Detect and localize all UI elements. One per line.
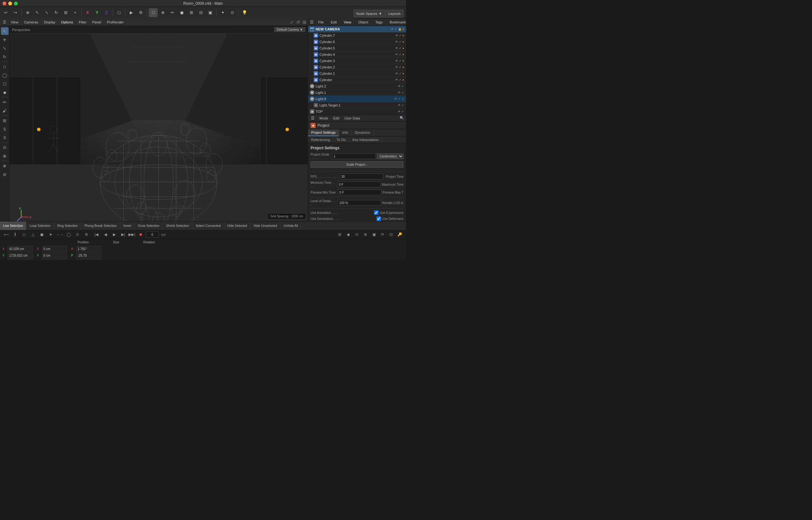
anim-r8[interactable]: 🔑 — [396, 231, 403, 238]
anim-arrow-btn[interactable]: ➤ — [47, 231, 54, 238]
ps-usegen-check[interactable] — [376, 216, 381, 221]
obj-item-top[interactable]: ▣ TOP 👁 ✓ — [308, 108, 406, 115]
select-btn[interactable]: ⊕ — [158, 8, 167, 17]
ring-selection-btn[interactable]: Ring Selection — [54, 222, 81, 230]
obj-item-cylinder[interactable]: ◉ Cylinder 👁 ✓ ● — [308, 77, 406, 83]
scene-view[interactable]: X Y Z — [9, 26, 308, 221]
z-size-input[interactable] — [42, 259, 67, 260]
obj-item-cylinder5[interactable]: ◉ Cylinder.5 👁 ✓ ● — [308, 45, 406, 51]
editor-multi-btn[interactable]: ⊞ — [187, 8, 196, 17]
anim-mode-btn[interactable]: ⟵ — [3, 231, 10, 238]
anim-r2[interactable]: ◆ — [344, 231, 352, 238]
anim-figure-btn[interactable]: 🚶 — [11, 231, 19, 238]
move-tool[interactable]: ✛ — [1, 36, 8, 44]
mode-hamburger[interactable]: ☰ — [310, 114, 316, 123]
nav-icon-1[interactable]: ⤢ — [290, 20, 294, 25]
ps-prevmintime-input[interactable] — [338, 189, 381, 195]
obj-item-cylinder7[interactable]: ◉ Cylinder.7 👁 ✓ ● — [308, 32, 406, 38]
tab-dynamics[interactable]: Dynamics — [351, 129, 373, 136]
tab-todo[interactable]: To Do — [334, 136, 349, 143]
x-axis-btn[interactable]: X — [83, 8, 92, 17]
viewport[interactable]: Perspective Default Camera ▼ — [9, 26, 308, 221]
tab-info[interactable]: Info — [339, 129, 351, 136]
layouts-btn[interactable]: Layouts — [385, 10, 403, 18]
obj-item-light2[interactable]: ✦ Light.2 👁 ✓ — [308, 83, 406, 89]
anim-circle-btn[interactable]: ◯ — [65, 231, 72, 238]
transform-btn[interactable]: ⊞ — [61, 8, 70, 17]
anim-record-btn[interactable]: ⏺ — [137, 231, 145, 238]
filter-menu[interactable]: Filter — [76, 20, 89, 25]
obj-object-menu[interactable]: Object — [355, 20, 371, 25]
tab-referencing[interactable]: Referencing — [308, 136, 334, 143]
obj-file-menu[interactable]: File — [316, 20, 326, 25]
line-tool[interactable]: ⊞ — [1, 116, 8, 124]
ps-scale-input[interactable] — [332, 153, 375, 159]
live-selection-btn[interactable]: Live Selection — [0, 222, 26, 230]
light-btn[interactable]: 💡 — [240, 8, 249, 17]
hamburger-menu[interactable]: ☰ — [1, 18, 8, 27]
options-menu[interactable]: Options — [58, 20, 75, 25]
anim-prev-frame-btn[interactable]: ◀ — [101, 231, 109, 238]
loop-selection-btn[interactable]: Loop Selection — [26, 222, 54, 230]
paint-btn[interactable]: ✏ — [168, 8, 177, 17]
nav-icon-2[interactable]: ↺ — [296, 20, 300, 25]
obj-item-light8[interactable]: ✦ Light.8 👁 ✓ ⊙ — [308, 96, 406, 102]
anim-play-btn[interactable]: ▶ — [110, 231, 118, 238]
nav-icon-3[interactable]: ⊞ — [302, 20, 306, 25]
obj-view-menu[interactable]: View — [341, 20, 354, 25]
pen-tool[interactable]: ✏ — [1, 98, 8, 106]
scale-tool[interactable]: ⤡ — [1, 44, 8, 52]
anim-r6[interactable]: ⟳ — [379, 231, 386, 238]
tab-key-interpolation[interactable]: Key Interpolation — [349, 136, 382, 143]
z-axis-btn[interactable]: Z — [102, 8, 111, 17]
anim-play-btn[interactable]: ▶ — [127, 8, 136, 17]
knife-tool[interactable]: ⊗ — [1, 162, 8, 170]
object-mode-btn[interactable]: ◻ — [115, 8, 123, 17]
obj-item-cylinder3[interactable]: ◉ Cylinder.3 👁 ✓ ● — [308, 58, 406, 64]
b-rot-input[interactable] — [76, 259, 101, 260]
anim-r3[interactable]: ⊙ — [353, 231, 361, 238]
y-size-input[interactable] — [42, 253, 67, 258]
spline-tool[interactable]: S — [1, 125, 8, 133]
anim-triangle-btn[interactable]: △ — [29, 231, 37, 238]
obj-tags-menu[interactable]: Tags — [373, 20, 385, 25]
view-menu[interactable]: View — [8, 20, 21, 25]
p-rot-input[interactable] — [76, 253, 101, 258]
prorender-menu[interactable]: ProRender — [104, 20, 126, 25]
y-axis-btn[interactable]: Y — [93, 8, 101, 17]
ps-mintime-input[interactable] — [337, 182, 380, 187]
camera-select-btn[interactable]: Default Camera ▼ — [274, 27, 305, 32]
anim-prev-key-btn[interactable]: |◀ — [93, 231, 100, 238]
ps-useanimation-check[interactable] — [374, 210, 378, 215]
obj-item-cylinder1[interactable]: ◉ Cylinder.1 👁 ✓ ● — [308, 70, 406, 77]
editor-cube-btn[interactable]: ◼ — [177, 8, 186, 17]
node-spaces-btn[interactable]: Node Spaces ▼ — [354, 10, 385, 18]
select-connected-btn[interactable]: Select Connected — [193, 222, 224, 230]
x-pos-input[interactable] — [8, 246, 33, 252]
tab-project-settings[interactable]: Project Settings — [308, 129, 339, 136]
obj-item-cylinder2[interactable]: ◉ Cylinder.2 👁 ✓ ● — [308, 64, 406, 70]
cameras-menu[interactable]: Cameras — [22, 20, 41, 25]
sphere-tool[interactable]: ◯ — [1, 71, 8, 79]
obj-bookmarks-menu[interactable]: Bookmarks — [387, 20, 406, 25]
unhide-all-btn[interactable]: Unhide All — [280, 222, 301, 230]
grow-selection-btn[interactable]: Grow Selection — [135, 222, 163, 230]
x-size-input[interactable] — [42, 246, 67, 252]
mode-menu[interactable]: Mode — [318, 116, 329, 121]
h-rot-input[interactable] — [76, 246, 101, 252]
anim-dots-btn[interactable]: ⊙ — [74, 231, 81, 238]
magnet-tool[interactable]: ⊙ — [1, 144, 8, 151]
rotate-tool[interactable]: ↻ — [1, 53, 8, 60]
ps-scale-project-btn[interactable]: Scale Project... — [311, 161, 403, 167]
obj-hamburger[interactable]: ☰ — [310, 18, 314, 27]
obj-item-light1[interactable]: ✦ Light.1 👁 ✓ — [308, 89, 406, 96]
move-tool-btn[interactable]: ⊕ — [23, 8, 32, 17]
anim-frame-input[interactable] — [146, 231, 158, 238]
anim-r7[interactable]: ⊡ — [387, 231, 395, 238]
render-btn[interactable]: ▣ — [206, 8, 215, 17]
scale-tool-btn[interactable]: ⤡ — [42, 8, 51, 17]
panel-menu[interactable]: Panel — [90, 20, 104, 25]
viewport-layout-btn[interactable]: ⊟ — [196, 8, 205, 17]
y-pos-input[interactable] — [8, 253, 33, 258]
anim-next-key-btn[interactable]: ▶▶| — [128, 231, 136, 238]
